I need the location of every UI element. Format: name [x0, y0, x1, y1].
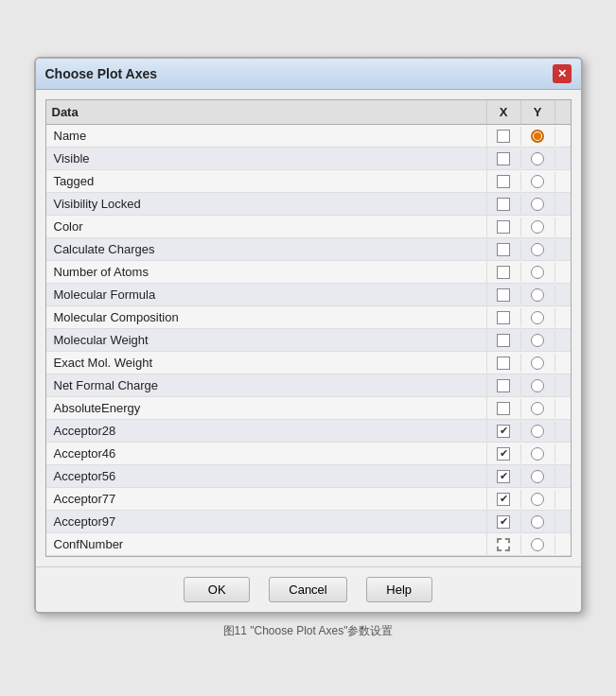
- y-radio[interactable]: [521, 376, 555, 395]
- radio-icon: [531, 357, 544, 370]
- table-row: Exact Mol. Weight: [46, 352, 571, 374]
- x-checkbox[interactable]: ✔: [487, 467, 521, 486]
- dialog-body: Data X Y NameVisibleTaggedVisibility Loc…: [36, 90, 581, 566]
- x-checkbox[interactable]: [487, 172, 521, 191]
- y-radio[interactable]: [521, 172, 555, 191]
- x-checkbox[interactable]: [487, 308, 521, 327]
- ok-button[interactable]: OK: [184, 577, 250, 602]
- x-checkbox[interactable]: [487, 218, 521, 236]
- radio-icon: [531, 334, 544, 347]
- row-label: Net Formal Charge: [46, 374, 487, 396]
- x-checkbox[interactable]: [487, 195, 521, 214]
- table-row: Acceptor46✔: [46, 443, 571, 465]
- dialog: Choose Plot Axes ✕ Data X Y NameVisibleT…: [34, 57, 583, 614]
- checkbox-icon: [497, 379, 510, 392]
- table-row: Color: [46, 216, 571, 238]
- radio-icon: [531, 447, 544, 461]
- row-label: Visibility Locked: [46, 193, 487, 215]
- table-row: ConfNumber: [46, 533, 571, 556]
- y-radio[interactable]: [521, 444, 555, 463]
- checkbox-icon: [497, 311, 510, 324]
- x-checkbox[interactable]: [487, 354, 521, 373]
- checkbox-icon: [497, 334, 510, 347]
- radio-icon: [531, 425, 544, 438]
- radio-icon: [531, 379, 544, 392]
- row-label: Acceptor28: [46, 420, 487, 442]
- radio-icon: [531, 198, 544, 211]
- y-radio[interactable]: [521, 286, 555, 304]
- checkbox-icon: [497, 198, 510, 211]
- x-checkbox[interactable]: ✔: [487, 490, 521, 509]
- x-checkbox[interactable]: [487, 240, 521, 259]
- help-button[interactable]: Help: [366, 577, 432, 602]
- col-header-x: X: [487, 100, 521, 124]
- col-header-y: Y: [521, 100, 555, 124]
- y-radio[interactable]: [521, 308, 555, 327]
- checkbox-icon: ✔: [497, 515, 510, 529]
- x-checkbox[interactable]: ✔: [487, 444, 521, 463]
- table-container: Data X Y NameVisibleTaggedVisibility Loc…: [45, 99, 572, 557]
- table-scroll[interactable]: NameVisibleTaggedVisibility LockedColorC…: [46, 125, 571, 556]
- y-radio[interactable]: [521, 263, 555, 282]
- table-row: Acceptor28✔: [46, 420, 571, 443]
- caption: 图11 "Choose Plot Axes"参数设置: [223, 623, 394, 639]
- x-checkbox[interactable]: ✔: [487, 513, 521, 531]
- checkbox-icon: [497, 243, 510, 256]
- row-label: Acceptor46: [46, 443, 487, 464]
- x-checkbox[interactable]: [487, 149, 521, 168]
- row-label: Exact Mol. Weight: [46, 352, 487, 374]
- table-row: Acceptor56✔: [46, 465, 571, 488]
- x-checkbox[interactable]: [487, 331, 521, 350]
- checkbox-icon: [497, 402, 510, 415]
- row-label: Name: [46, 125, 487, 147]
- dialog-footer: OK Cancel Help: [36, 566, 581, 612]
- cancel-button[interactable]: Cancel: [269, 577, 346, 602]
- x-checkbox[interactable]: ✔: [487, 422, 521, 441]
- row-label: Acceptor77: [46, 488, 487, 510]
- y-radio[interactable]: [521, 513, 555, 531]
- table-row: Acceptor77✔: [46, 488, 571, 511]
- radio-icon: [531, 515, 544, 529]
- checkbox-icon: [497, 266, 510, 279]
- checkbox-icon: ✔: [497, 470, 510, 483]
- dialog-titlebar: Choose Plot Axes ✕: [36, 59, 581, 90]
- y-radio[interactable]: [521, 149, 555, 168]
- checkbox-icon: [497, 130, 510, 143]
- x-checkbox[interactable]: [487, 127, 521, 146]
- checkbox-icon: ✔: [497, 425, 510, 438]
- row-label: Calculate Charges: [46, 238, 487, 260]
- close-button[interactable]: ✕: [553, 64, 572, 83]
- radio-icon: [531, 470, 544, 483]
- y-radio[interactable]: [521, 195, 555, 214]
- y-radio[interactable]: [521, 490, 555, 509]
- col-header-data: Data: [46, 100, 487, 124]
- radio-icon: [531, 311, 544, 324]
- y-radio[interactable]: [521, 354, 555, 373]
- radio-icon: [531, 266, 544, 279]
- y-radio[interactable]: [521, 331, 555, 350]
- x-checkbox[interactable]: [487, 399, 521, 418]
- table-header: Data X Y: [46, 100, 571, 125]
- radio-icon: [531, 402, 544, 415]
- y-radio[interactable]: [521, 467, 555, 486]
- x-checkbox[interactable]: [487, 286, 521, 304]
- radio-icon: [531, 175, 544, 188]
- row-label: ConfNumber: [46, 533, 487, 555]
- x-checkbox[interactable]: [487, 376, 521, 395]
- radio-icon: [531, 220, 544, 234]
- y-radio[interactable]: [521, 240, 555, 259]
- checkbox-icon: [497, 175, 510, 188]
- table-row: Name: [46, 125, 571, 148]
- col-header-scroll: [555, 100, 571, 124]
- y-radio[interactable]: [521, 127, 555, 146]
- y-radio[interactable]: [521, 399, 555, 418]
- y-radio[interactable]: [521, 422, 555, 441]
- y-radio[interactable]: [521, 218, 555, 236]
- x-checkbox[interactable]: [487, 263, 521, 282]
- x-checkbox[interactable]: [487, 535, 521, 554]
- row-label: Number of Atoms: [46, 261, 487, 283]
- y-radio[interactable]: [521, 535, 555, 554]
- row-label: Visible: [46, 148, 487, 169]
- dialog-title: Choose Plot Axes: [45, 66, 158, 81]
- row-label: Color: [46, 216, 487, 237]
